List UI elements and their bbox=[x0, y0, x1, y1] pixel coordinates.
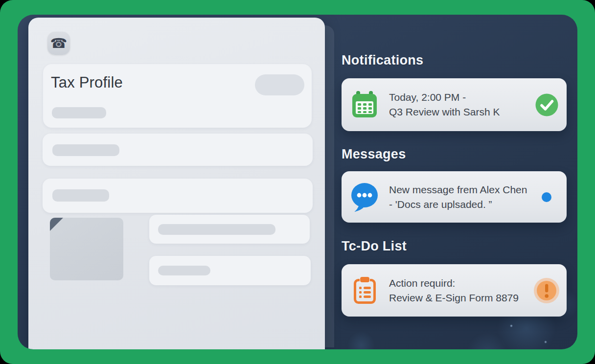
unread-dot bbox=[533, 192, 560, 202]
alert-icon bbox=[533, 277, 560, 304]
tax-profile-card: Tax Profile bbox=[43, 64, 312, 128]
form-field-placeholder bbox=[149, 215, 310, 244]
messages-heading: Messages bbox=[342, 147, 406, 162]
message-line1: New message frem Alex Chen bbox=[389, 182, 533, 197]
todo-heading: Tc-Do List bbox=[342, 239, 407, 254]
clipboard-icon bbox=[351, 276, 378, 304]
check-circle-icon bbox=[533, 93, 560, 116]
text-placeholder-bar bbox=[52, 189, 109, 202]
tax-profile-sheet: ☎ Tax Profile bbox=[28, 18, 325, 349]
notification-card[interactable]: Today, 2:00 PM - Q3 Review with Sarsh K bbox=[342, 78, 567, 131]
message-card[interactable]: New message frem Alex Chen - 'Docs are u… bbox=[342, 171, 567, 223]
form-field-placeholder bbox=[43, 179, 313, 213]
todo-text: Action requird: Review & E-Sign Form 887… bbox=[389, 276, 533, 305]
text-placeholder-bar bbox=[158, 266, 210, 275]
app-screen: ☎ Tax Profile Notifications bbox=[18, 15, 577, 349]
action-pill-placeholder bbox=[255, 74, 304, 95]
notifications-heading: Notifications bbox=[342, 53, 423, 68]
text-placeholder-bar bbox=[158, 224, 275, 235]
device-frame: ☎ Tax Profile Notifications bbox=[0, 0, 595, 364]
todo-line2: Review & E-Sign Form 8879 bbox=[389, 291, 533, 305]
notification-line2: Q3 Review with Sarsh K bbox=[389, 105, 533, 119]
form-field-placeholder bbox=[43, 134, 313, 166]
text-placeholder-bar bbox=[52, 144, 119, 156]
chat-bubble-icon bbox=[351, 182, 378, 212]
todo-line1: Action requird: bbox=[389, 276, 533, 291]
calendar-icon bbox=[351, 91, 378, 119]
todo-card[interactable]: Action requird: Review & E-Sign Form 887… bbox=[342, 264, 567, 317]
message-text: New message frem Alex Chen - 'Docs are u… bbox=[389, 182, 533, 212]
page-title: Tax Profile bbox=[51, 74, 123, 91]
message-line2: - 'Docs are uplsaded. ” bbox=[389, 197, 533, 212]
document-thumbnail[interactable] bbox=[50, 218, 123, 280]
text-placeholder-bar bbox=[52, 107, 106, 118]
form-field-placeholder bbox=[149, 256, 311, 285]
phone-icon-glyph: ☎ bbox=[50, 37, 68, 50]
notification-text: Today, 2:00 PM - Q3 Review with Sarsh K bbox=[389, 90, 533, 119]
phone-icon[interactable]: ☎ bbox=[47, 32, 70, 55]
notification-line1: Today, 2:00 PM - bbox=[389, 90, 533, 105]
